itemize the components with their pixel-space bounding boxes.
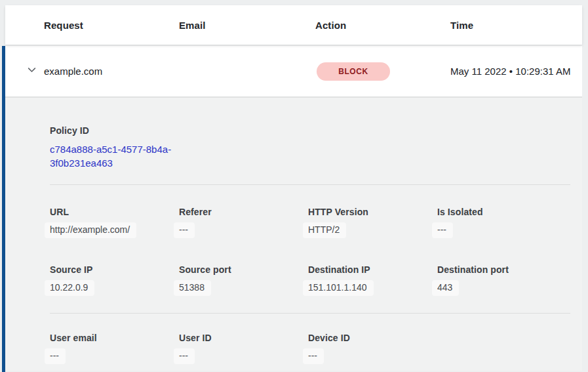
field-device-id: Device ID --- — [308, 333, 437, 364]
field-destination-port: Destination port 443 — [437, 264, 566, 296]
table-header: Request Email Action Time — [5, 5, 582, 45]
column-header-time: Time — [450, 20, 582, 31]
field-destination-ip: Destination IP 151.101.1.140 — [308, 264, 437, 296]
field-value: --- — [432, 222, 453, 238]
field-label: Source port — [179, 264, 308, 276]
section-divider — [50, 313, 570, 314]
field-label: URL — [50, 207, 179, 218]
policy-id-section: Policy ID c784a888-a5c1-4577-8b4a-3f0b23… — [50, 125, 570, 170]
field-value: HTTP/2 — [303, 222, 346, 238]
detail-fields-row-1: URL http://example.com/ Referer --- HTTP… — [50, 207, 570, 238]
field-label: Destination IP — [308, 264, 437, 276]
field-http-version: HTTP Version HTTP/2 — [308, 207, 437, 238]
policy-id-label: Policy ID — [50, 125, 570, 136]
column-header-request: Request — [44, 20, 179, 31]
chevron-down-icon — [26, 64, 37, 78]
row-time: May 11 2022 • 10:29:31 AM — [450, 64, 572, 79]
log-page: Request Email Action Time example.com BL… — [0, 0, 588, 367]
detail-fields-row-2: Source IP 10.22.0.9 Source port 51388 De… — [50, 264, 570, 296]
policy-id-link[interactable]: c784a888-a5c1-4577-8b4a-3f0b231ea463 — [50, 142, 189, 170]
table-row[interactable]: example.com BLOCK May 11 2022 • 10:29:31… — [5, 46, 582, 98]
field-value: 51388 — [174, 280, 211, 296]
field-value: --- — [45, 348, 66, 364]
field-user-id: User ID --- — [179, 333, 308, 364]
status-badge-block: BLOCK — [317, 62, 390, 81]
row-detail-panel: Policy ID c784a888-a5c1-4577-8b4a-3f0b23… — [5, 98, 582, 371]
field-source-port: Source port 51388 — [179, 264, 308, 296]
column-header-action: Action — [315, 20, 450, 31]
row-request-domain: example.com — [44, 66, 179, 77]
field-is-isolated: Is Isolated --- — [437, 207, 566, 238]
expanded-row-group: example.com BLOCK May 11 2022 • 10:29:31… — [2, 46, 582, 372]
field-value: --- — [174, 348, 195, 364]
field-value: 443 — [432, 280, 459, 296]
row-expand-toggle[interactable] — [5, 64, 44, 78]
field-source-ip: Source IP 10.22.0.9 — [50, 264, 179, 296]
field-label: Destination port — [437, 264, 566, 276]
field-label: User ID — [179, 333, 308, 344]
field-value: http://example.com/ — [45, 222, 136, 238]
field-label: Source IP — [50, 264, 179, 276]
field-value: 151.101.1.140 — [303, 280, 374, 296]
detail-fields-row-3: User email --- User ID --- Device ID --- — [50, 333, 570, 364]
section-divider — [50, 184, 570, 185]
field-user-email: User email --- — [50, 333, 179, 364]
field-url: URL http://example.com/ — [50, 207, 179, 238]
field-referer: Referer --- — [179, 207, 308, 238]
field-label: Is Isolated — [437, 207, 566, 218]
field-label: User email — [50, 333, 179, 344]
field-value: 10.22.0.9 — [45, 280, 94, 296]
field-label: HTTP Version — [308, 207, 437, 218]
field-value: --- — [174, 222, 195, 238]
row-action-cell: BLOCK — [315, 62, 450, 81]
column-header-email: Email — [179, 20, 315, 31]
field-value: --- — [303, 348, 324, 364]
field-label: Device ID — [308, 333, 437, 344]
field-label: Referer — [179, 207, 308, 218]
